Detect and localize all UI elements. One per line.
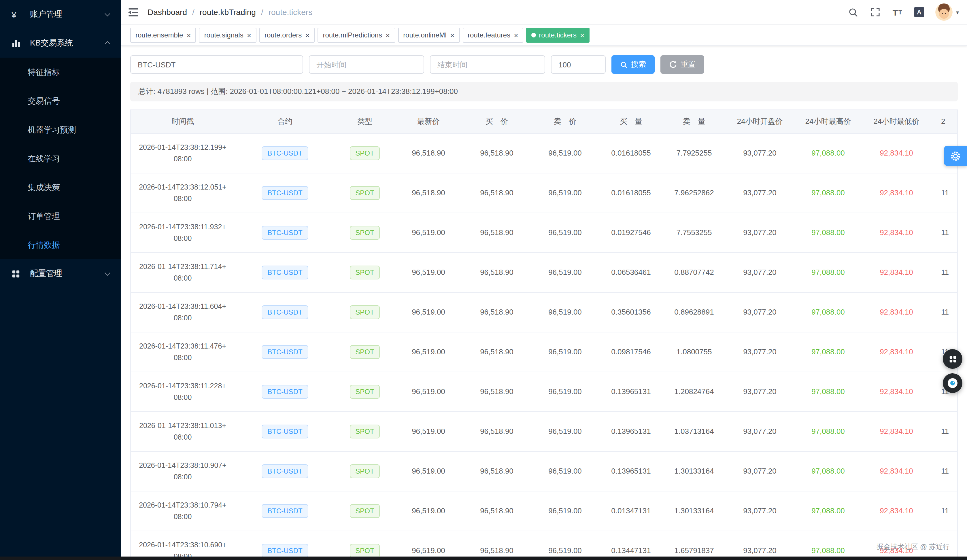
type-tag[interactable]: SPOT (350, 345, 380, 359)
sidebar-item-kbtrading[interactable]: KB交易系统 (0, 29, 121, 58)
cell-bid_sz: 0.13965131 (599, 411, 663, 451)
cell-type: SPOT (335, 491, 394, 530)
type-tag[interactable]: SPOT (350, 544, 380, 557)
end-time-input[interactable] (430, 55, 545, 74)
table-row: 2026-01-14T23:38:12.051+08:00BTC-USDTSPO… (131, 173, 958, 212)
user-menu[interactable]: ▾ (935, 3, 959, 21)
tab-close-icon[interactable]: × (247, 31, 251, 39)
sidebar-subitem-6[interactable]: 行情数据 (0, 231, 121, 259)
sidebar-subitem-3[interactable]: 在线学习 (0, 144, 121, 173)
type-tag[interactable]: SPOT (350, 464, 380, 478)
type-tag[interactable]: SPOT (350, 146, 380, 160)
gear-icon (950, 150, 961, 161)
tab-route.onlineMl[interactable]: route.onlineMl× (398, 28, 460, 43)
search-button[interactable]: 搜索 (611, 55, 655, 74)
font-size-glyph-small: T (898, 9, 902, 15)
sidebar-subitem-4[interactable]: 集成决策 (0, 173, 121, 202)
cell-type: SPOT (335, 133, 394, 173)
limit-input[interactable] (551, 55, 606, 74)
cell-ask: 96,519.00 (531, 252, 599, 292)
cell-ask_sz: 7.7553255 (663, 212, 726, 252)
hamburger-icon[interactable] (128, 6, 139, 18)
table-row: 2026-01-14T23:38:11.228+08:00BTC-USDTSPO… (131, 372, 958, 411)
breadcrumb: Dashboard / route.kbTrading / route.tick… (147, 8, 312, 17)
sidebar-subitem-0[interactable]: 特征指标 (0, 58, 121, 86)
start-time-input[interactable] (309, 55, 424, 74)
cell-bid: 96,518.90 (463, 173, 531, 212)
type-tag[interactable]: SPOT (350, 385, 380, 399)
tab-close-icon[interactable]: × (580, 31, 584, 39)
cell-bid_sz: 0.01618055 (599, 173, 663, 212)
instrument-tag[interactable]: BTC-USDT (262, 424, 308, 438)
sidebar-subitem-1[interactable]: 交易信号 (0, 86, 121, 115)
sidebar-item-config[interactable]: 配置管理 (0, 259, 121, 288)
tab-close-icon[interactable]: × (450, 31, 454, 39)
cell-bid_sz: 0.06536461 (599, 252, 663, 292)
cell-ts: 2026-01-14T23:38:10.907+08:00 (131, 451, 234, 491)
language-glyph: A (914, 7, 924, 17)
grid-dots-icon (948, 355, 957, 363)
symbol-input[interactable] (130, 55, 303, 74)
fullscreen-icon[interactable] (870, 6, 881, 18)
table-row: 2026-01-14T23:38:11.476+08:00BTC-USDTSPO… (131, 332, 958, 372)
avatar[interactable] (935, 3, 952, 21)
reset-button[interactable]: 重置 (660, 55, 704, 74)
cell-high: 97,088.00 (794, 451, 862, 491)
instrument-tag[interactable]: BTC-USDT (262, 186, 308, 199)
sidebar-subitem-5[interactable]: 订单管理 (0, 202, 121, 231)
cell-ask_sz: 7.96252862 (663, 173, 726, 212)
type-tag[interactable]: SPOT (350, 424, 380, 438)
table-row: 2026-01-14T23:38:11.932+08:00BTC-USDTSPO… (131, 212, 958, 252)
instrument-tag[interactable]: BTC-USDT (262, 385, 308, 399)
sidebar-subitem-2[interactable]: 机器学习预测 (0, 115, 121, 144)
instrument-tag[interactable]: BTC-USDT (262, 345, 308, 359)
instrument-tag[interactable]: BTC-USDT (262, 544, 308, 557)
tab-route.signals[interactable]: route.signals× (199, 28, 256, 43)
instrument-tag[interactable]: BTC-USDT (262, 146, 308, 160)
type-tag[interactable]: SPOT (350, 305, 380, 319)
table-row: 2026-01-14T23:38:10.907+08:00BTC-USDTSPO… (131, 451, 958, 491)
breadcrumb-item-dashboard[interactable]: Dashboard (147, 8, 187, 17)
tab-route.mlPredictions[interactable]: route.mlPredictions× (318, 28, 395, 43)
type-tag[interactable]: SPOT (350, 226, 380, 239)
tab-route.features[interactable]: route.features× (462, 28, 523, 43)
tab-route.ensemble[interactable]: route.ensemble× (130, 28, 196, 43)
type-tag[interactable]: SPOT (350, 504, 380, 518)
tab-close-icon[interactable]: × (514, 31, 518, 39)
font-size-icon[interactable]: TT (891, 6, 903, 18)
tab-route.tickers[interactable]: route.tickers× (526, 28, 589, 43)
instrument-tag[interactable]: BTC-USDT (262, 305, 308, 319)
instrument-tag[interactable]: BTC-USDT (262, 265, 308, 279)
cell-ask: 96,519.00 (531, 372, 599, 411)
instrument-tag[interactable]: BTC-USDT (262, 464, 308, 478)
instrument-tag[interactable]: BTC-USDT (262, 226, 308, 239)
cell-type: SPOT (335, 292, 394, 332)
cell-ask_sz: 1.20824764 (663, 372, 726, 411)
type-tag[interactable]: SPOT (350, 265, 380, 279)
yen-icon: ¥ (12, 10, 25, 19)
cell-low: 92,834.10 (862, 332, 931, 372)
font-size-glyph-large: T (893, 7, 898, 17)
type-tag[interactable]: SPOT (350, 186, 380, 199)
tab-route.orders[interactable]: route.orders× (259, 28, 315, 43)
tab-close-icon[interactable]: × (186, 31, 191, 39)
sidebar-item-account[interactable]: ¥ 账户管理 (0, 0, 121, 29)
cell-ts: 2026-01-14T23:38:12.199+08:00 (131, 133, 234, 173)
instrument-tag[interactable]: BTC-USDT (262, 504, 308, 518)
tab-close-icon[interactable]: × (305, 31, 309, 39)
tab-label: route.features (468, 31, 510, 39)
cell-last: 96,519.00 (394, 411, 463, 451)
cell-ask_sz: 1.30133164 (663, 491, 726, 530)
search-icon[interactable] (848, 6, 859, 18)
breadcrumb-item-kbtrading[interactable]: route.kbTrading (200, 8, 256, 17)
cell-bid: 96,518.90 (463, 292, 531, 332)
float-widget-logo[interactable] (943, 373, 962, 393)
cell-cut: 11 (931, 252, 958, 292)
float-widget-grid[interactable] (943, 349, 962, 369)
cell-bid: 96,518.90 (463, 491, 531, 530)
tab-close-icon[interactable]: × (386, 31, 390, 39)
settings-gear-button[interactable] (944, 146, 967, 166)
col-header-ask_sz: 卖一量 (663, 110, 726, 133)
language-icon[interactable]: A (913, 6, 925, 18)
submenu: 特征指标交易信号机器学习预测在线学习集成决策订单管理行情数据 (0, 58, 121, 259)
